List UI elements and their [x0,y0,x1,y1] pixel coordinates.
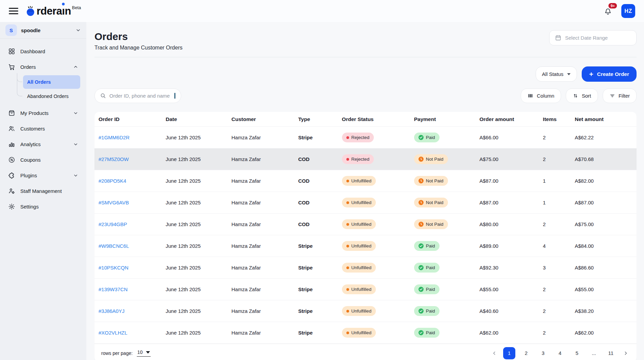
order-id-link[interactable]: #W9BCNC6L [99,243,129,249]
puzzle-icon [8,172,15,179]
sidebar-item-settings[interactable]: Settings [3,199,83,214]
column-header: Type [298,116,342,122]
user-avatar[interactable]: HZ [621,4,635,18]
page-number-button[interactable]: 4 [554,347,566,359]
order-id-link[interactable]: #SMVG6AVB [99,200,129,205]
hamburger-menu-icon[interactable] [9,6,18,16]
order-date: June 12th 2025 [166,286,231,292]
column-header: Payment [414,116,479,122]
order-amount: A$40.60 [479,308,543,314]
table-row[interactable]: #W9BCNC6LJune 12th 2025Hamza ZafarStripe… [94,235,637,257]
search-icon [100,93,106,99]
rows-per-page-label: rows per page: [101,351,133,356]
order-id-link[interactable]: #10PSKCQN [99,265,128,271]
table-row[interactable]: #3J86A0YJJune 12th 2025Hamza ZafarStripe… [94,300,637,322]
table-row[interactable]: #23U94GBPJune 12th 2025Hamza ZafarCODUnf… [94,214,637,235]
date-range-picker[interactable]: Select Date Range [549,30,637,45]
order-status-badge: Unfulfilled [342,198,376,207]
page-number-button[interactable]: 3 [537,347,549,359]
dashboard-icon [8,48,15,55]
sidebar-item-abandoned-orders[interactable]: Abandoned Orders [23,89,80,103]
next-page-button[interactable] [622,351,630,356]
order-id-link[interactable]: #XO2VLHZL [99,330,127,336]
table-row[interactable]: #SMVG6AVBJune 12th 2025Hamza ZafarCODUnf… [94,192,637,214]
order-date: June 12th 2025 [166,330,231,336]
chevron-down-icon [73,111,78,116]
status-filter-dropdown[interactable]: All Status [536,66,577,82]
plus-icon: + [589,71,593,78]
order-status-badge: Rejected [342,133,374,142]
sidebar-item-staff-management[interactable]: Staff Management [3,183,83,199]
order-id-link[interactable]: #3J86A0YJ [99,308,125,314]
create-order-button[interactable]: + Create Order [582,66,637,82]
order-amount: A$66.00 [479,135,543,140]
search-input[interactable] [109,93,177,99]
table-row[interactable]: #XO2VLHZLJune 12th 2025Hamza ZafarStripe… [94,322,637,344]
order-items-count: 2 [543,135,575,140]
sidebar-item-orders[interactable]: Orders [3,59,83,75]
payment-status-badge: Not Paid [414,176,448,186]
table-row[interactable]: #1GMM6D2RJune 12th 2025Hamza ZafarStripe… [94,127,637,148]
page-number-button[interactable]: 11 [605,347,617,359]
order-id-link[interactable]: #208PO5K4 [99,178,126,184]
column-header: Customer [232,116,298,122]
order-id-link[interactable]: #1GMM6D2R [99,135,130,140]
column-header: Order Status [342,116,414,122]
check-circle-icon [418,135,424,140]
chevron-up-icon [73,64,78,69]
payment-status-badge: Paid [414,284,439,294]
status-dot-icon [346,266,349,269]
beta-tag: Beta [72,5,81,10]
column-button[interactable]: Column [521,88,561,103]
page-number-button[interactable]: 1 [503,347,515,359]
order-customer: Hamza Zafar [232,178,298,184]
table-header-row: Order ID Date Customer Type Order Status… [94,112,637,127]
sidebar-item-customers[interactable]: Customers [3,121,83,136]
order-net-amount: A$38.20 [575,308,633,314]
page-number-button[interactable]: 5 [571,347,583,359]
order-amount: A$87.00 [479,200,543,205]
orders-table-body: #1GMM6D2RJune 12th 2025Hamza ZafarStripe… [94,127,637,344]
notifications-button[interactable]: 9+ [603,6,613,16]
order-type: Stripe [298,330,342,336]
order-status-badge: Unfulfilled [342,328,376,338]
sidebar-item-plugins[interactable]: Plugins [3,167,83,183]
order-type: Stripe [298,286,342,292]
analytics-bars-icon [8,141,15,148]
order-items-count: 3 [543,265,575,271]
calendar-icon [555,35,561,41]
sidebar-item-all-orders[interactable]: All Orders [23,75,80,89]
order-date: June 12th 2025 [166,221,231,227]
table-row[interactable]: #208PO5K4June 12th 2025Hamza ZafarCODUnf… [94,170,637,192]
status-dot-icon [346,180,349,182]
order-customer: Hamza Zafar [232,265,298,271]
top-bar: rderaın Beta 9+ HZ [0,0,644,22]
payment-status-badge: Paid [414,306,439,316]
page-number-button[interactable]: 2 [520,347,532,359]
sidebar-item-analytics[interactable]: Analytics [3,136,83,152]
sort-button[interactable]: Sort [566,88,598,103]
order-date: June 12th 2025 [166,243,231,249]
order-date: June 12th 2025 [166,308,231,314]
rows-per-page-select[interactable]: 10 [137,349,151,357]
table-row[interactable]: #10PSKCQNJune 12th 2025Hamza ZafarStripe… [94,257,637,279]
table-row[interactable]: #139W37CNJune 12th 2025Hamza ZafarStripe… [94,279,637,300]
table-row[interactable]: #27M5Z0OWJune 12th 2025Hamza ZafarCODRej… [94,148,637,170]
sidebar-item-my-products[interactable]: My Products [3,105,83,121]
filter-button[interactable]: Filter [603,88,637,103]
clock-icon [418,178,424,183]
order-id-link[interactable]: #23U94GBP [99,221,127,227]
clock-icon [418,157,424,162]
order-items-count: 2 [543,330,575,336]
sidebar-item-dashboard[interactable]: Dashboard [3,43,83,59]
order-id-link[interactable]: #27M5Z0OW [99,156,129,162]
search-box[interactable] [94,88,181,103]
order-id-link[interactable]: #139W37CN [99,286,128,292]
order-amount: A$87.00 [479,178,543,184]
payment-status-badge: Not Paid [414,219,448,229]
columns-icon [528,93,533,99]
filter-lines-icon [609,93,615,99]
previous-page-button[interactable] [490,351,498,356]
sidebar-item-coupons[interactable]: Coupons [3,152,83,167]
store-selector[interactable]: S spoodle [0,22,86,39]
